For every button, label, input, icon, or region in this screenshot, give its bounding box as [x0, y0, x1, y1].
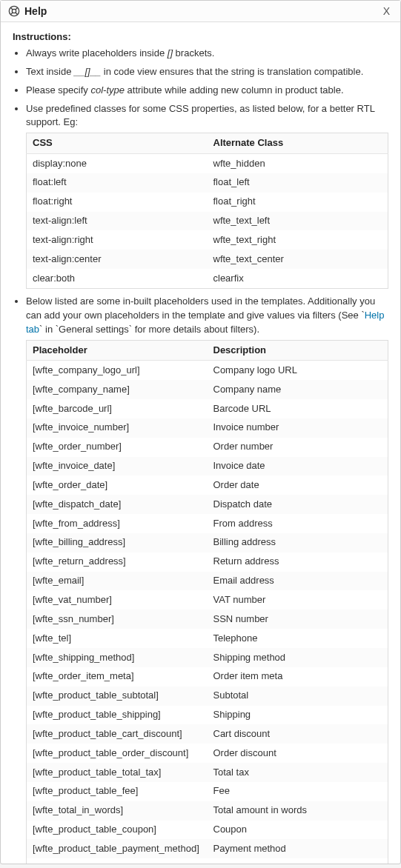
table-row: [wfte_vat_number]VAT number — [27, 590, 388, 610]
table-cell: [wfte_invoice_number] — [27, 418, 208, 438]
table-cell: [wfte_order_date] — [27, 475, 208, 495]
instruction-em: col-type — [90, 84, 125, 96]
table-row: [wfte_product_table_shipping]Shipping — [27, 706, 388, 725]
table-cell: [wfte_invoice_date] — [27, 457, 208, 476]
instruction-text: attribute while adding new column in pro… — [125, 84, 344, 96]
table-row: [wfte_product_table_coupon]Coupon — [27, 821, 388, 840]
table-row: display:nonewfte_hidden — [27, 154, 388, 173]
svg-point-1 — [12, 9, 16, 13]
table-row: [wfte_company_logo_url]Company logo URL — [27, 361, 388, 380]
table-cell: float:right — [27, 193, 208, 212]
table-row: [wfte_product_table_order_discount]Order… — [27, 744, 388, 763]
table-cell: [wfte_product_table_cart_discount] — [27, 724, 208, 744]
instruction-text: in code view ensures that the string is … — [101, 66, 363, 77]
table-cell: float_right — [208, 193, 388, 212]
table-cell: Company name — [208, 380, 388, 399]
table-row: [wfte_total_in_words]Total amount in wor… — [27, 801, 388, 821]
table-header-cell: Description — [208, 340, 388, 361]
table-cell: Fee — [208, 782, 388, 801]
table-cell: [wfte_ssn_number] — [27, 610, 208, 629]
table-cell: [wfte_email] — [27, 572, 208, 591]
table-row: float:rightfloat_right — [27, 193, 388, 212]
table-cell: SSN number — [208, 610, 388, 629]
table-row: [wfte_order_number]Order number — [27, 438, 388, 457]
table-row: [wfte_invoice_number]Invoice number — [27, 418, 388, 438]
table-cell: [wfte_company_name] — [27, 380, 208, 399]
modal-header: Help X — [1, 1, 400, 22]
table-row: [wfte_order_date]Order date — [27, 475, 388, 495]
table-cell: Order discount — [208, 744, 388, 763]
table-cell: [wfte_product_table_total_tax] — [27, 763, 208, 782]
placeholder-table: Placeholder Description [wfte_company_lo… — [26, 340, 388, 864]
table-row: [wfte_product_table_subtotal]Subtotal — [27, 687, 388, 706]
instruction-em: [] — [168, 47, 173, 59]
instruction-text: Text inside — [26, 66, 74, 77]
table-cell: Shipping method — [208, 648, 388, 667]
table-header-row: Placeholder Description — [27, 340, 388, 361]
table-row: [wfte_company_name]Company name — [27, 380, 388, 399]
table-cell: [wfte_billing_address] — [27, 533, 208, 552]
table-row: float:leftfloat_left — [27, 173, 388, 193]
table-row: text-align:centerwfte_text_center — [27, 250, 388, 269]
table-cell: text-align:right — [27, 230, 208, 250]
table-row: [wfte_email]Email address — [27, 572, 388, 591]
table-header-cell: Placeholder — [27, 340, 208, 361]
placeholders-intro: Below listed are some in-built placehold… — [26, 295, 388, 864]
table-row: [wfte_product_table_fee]Fee — [27, 782, 388, 801]
table-row: [wfte_from_address]From address — [27, 514, 388, 533]
table-cell: Dispatch date — [208, 495, 388, 514]
table-cell: wfte_text_center — [208, 250, 388, 269]
table-cell: [wfte_tel] — [27, 629, 208, 648]
table-cell: [wfte_product_table_subtotal] — [27, 687, 208, 706]
placeholders-section: Below listed are some in-built placehold… — [13, 295, 388, 864]
title-wrap: Help — [8, 5, 47, 17]
intro-text: in `General settings` for more details a… — [42, 324, 259, 335]
table-cell: [wfte_total_in_words] — [27, 801, 208, 821]
table-cell: [wfte_from_address] — [27, 514, 208, 533]
instruction-item: Always write placeholders inside [] brac… — [26, 47, 388, 61]
instructions-heading: Instructions: — [13, 31, 388, 42]
table-row: text-align:rightwfte_text_right — [27, 230, 388, 250]
table-row: [wfte_return_address]Return address — [27, 552, 388, 572]
table-cell: [wfte_return_address] — [27, 552, 208, 572]
table-cell: Coupon — [208, 821, 388, 840]
table-cell: [wfte_product_table_payment_method] — [27, 839, 208, 858]
close-button[interactable]: X — [380, 5, 393, 17]
help-modal: Help X Instructions: Always write placeh… — [0, 0, 401, 864]
instructions-list: Always write placeholders inside [] brac… — [13, 47, 388, 289]
table-cell: Order date — [208, 475, 388, 495]
table-cell: [wfte_order_number] — [27, 438, 208, 457]
table-cell: Invoice number — [208, 418, 388, 438]
intro-text: Below listed are some in-built placehold… — [26, 296, 375, 321]
table-cell: [wfte_product_table_shipping] — [27, 706, 208, 725]
table-cell: VAT number — [208, 590, 388, 610]
table-cell: [wfte_barcode_url] — [27, 399, 208, 418]
table-cell: Billing address — [208, 533, 388, 552]
table-row: [wfte_product_table_payment_method]Payme… — [27, 839, 388, 858]
css-class-table: CSS Alternate Class display:nonewfte_hid… — [26, 133, 388, 289]
table-row: [wfte_barcode_url]Barcode URL — [27, 399, 388, 418]
table-row: [wfte_billing_address]Billing address — [27, 533, 388, 552]
table-cell: [wfte_shipping_method] — [27, 648, 208, 667]
table-cell: Order number — [208, 438, 388, 457]
instruction-text: Please specify — [26, 84, 90, 96]
table-cell: Total — [208, 858, 388, 864]
table-row: [wfte_shipping_method]Shipping method — [27, 648, 388, 667]
table-cell: Barcode URL — [208, 399, 388, 418]
table-cell: wfte_hidden — [208, 154, 388, 173]
table-cell: [wfte_product_table_fee] — [27, 782, 208, 801]
table-row: [wfte_tel]Telephone — [27, 629, 388, 648]
lifebuoy-icon — [8, 5, 20, 17]
table-cell: text-align:left — [27, 212, 208, 231]
instruction-item: Text inside __[]__ in code view ensures … — [26, 65, 388, 79]
table-cell: [wfte_dispatch_date] — [27, 495, 208, 514]
table-cell: Subtotal — [208, 687, 388, 706]
table-cell: clear:both — [27, 269, 208, 288]
table-cell: [wfte_product_table_coupon] — [27, 821, 208, 840]
table-cell: Order item meta — [208, 667, 388, 687]
table-header-row: CSS Alternate Class — [27, 133, 388, 154]
table-cell: [wfte_order_item_meta] — [27, 667, 208, 687]
table-cell: Email address — [208, 572, 388, 591]
instruction-em: __[]__ — [74, 66, 101, 77]
table-row: text-align:leftwfte_text_left — [27, 212, 388, 231]
